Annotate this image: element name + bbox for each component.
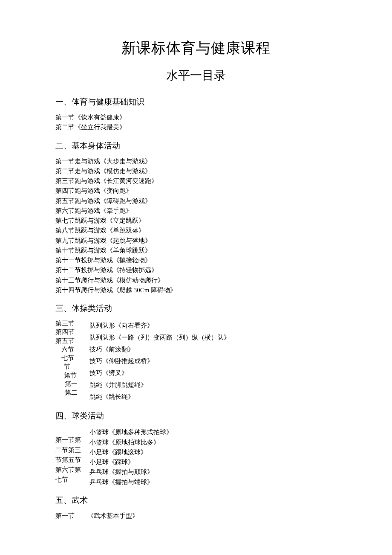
left-fragment: 第五节 (55, 337, 89, 345)
document-page: 新课标体育与健康课程 水平一目录 一、体育与健康基础知识 第一节《饮水有益健康》… (0, 0, 392, 555)
section-4-left-col: 第一节第 二节第三 节第五节 第六节第 七节 (55, 427, 89, 485)
toc-item: 技巧《劈叉》 (89, 367, 230, 379)
toc-item: 第十四节爬行与游戏《爬越 30Cm 障碍物》 (55, 285, 337, 295)
toc-item: 第三节跑与游戏《长江黄河变速跑》 (55, 176, 337, 186)
toc-item: 第十一节投掷与游戏《抛接轻物》 (55, 256, 337, 265)
toc-item: 小篮球《原地多种形式拍球》 (89, 427, 173, 437)
section-4-right-col: 小篮球《原地多种形式拍球》 小篮球《原地拍球比多》 小足球《踢地滚球》 小足球《… (89, 427, 173, 487)
section-2-list: 第一节走与游戏《大步走与游戏》 第二节走与游戏《模仿走与游戏》 第三节跑与游戏《… (55, 157, 337, 296)
toc-item: 第一节走与游戏《大步走与游戏》 (55, 157, 337, 166)
toc-item: 技巧《仰卧推起成桥》 (89, 355, 230, 367)
section-heading-4: 四、球类活动 (55, 410, 337, 421)
toc-item: 第九节跳跃与游戏《起跳与落地》 (55, 236, 337, 246)
left-fragment: 七节 (55, 475, 89, 485)
document-title: 新课标体育与健康课程 (55, 38, 337, 58)
section-5-list: 第一节 《武术基本手型》 (55, 511, 337, 521)
section-3-block: 第三节 第四节 第五节 六节 七节 节 第节 第一 第二 队列队形《向右看齐》 … (55, 319, 337, 403)
left-fragment: 第二 (65, 388, 89, 397)
left-fragment: 七节 (61, 354, 89, 362)
left-fragment: 节 (64, 362, 89, 371)
toc-item: 第十节跳跃与游戏《羊角球跳跃》 (55, 246, 337, 256)
document-subtitle: 水平一目录 (55, 67, 337, 84)
left-fragment: 第一节第 (55, 435, 89, 445)
section-3-right-col: 队列队形《向右看齐》 队列队形《一路（列）变两路（列）纵（横）队》 技巧《前滚翻… (89, 319, 230, 403)
section-heading-2: 二、基本身体活动 (55, 140, 337, 151)
toc-item: 小足球《踩球》 (89, 457, 173, 467)
section-4-block: 第一节第 二节第三 节第五节 第六节第 七节 小篮球《原地多种形式拍球》 小篮球… (55, 427, 337, 487)
toc-item: 第一节《饮水有益健康》 (55, 113, 337, 122)
section-3-left-col: 第三节 第四节 第五节 六节 七节 节 第节 第一 第二 (55, 319, 89, 397)
toc-item: 乒乓球《握拍与端球》 (89, 477, 173, 487)
toc-item: 小足球《踢地滚球》 (89, 447, 173, 457)
toc-item: 第一节 《武术基本手型》 (55, 511, 337, 521)
section-1-list: 第一节《饮水有益健康》 第二节《坐立行我最美》 (55, 113, 337, 133)
left-fragment: 第节 (64, 371, 89, 380)
left-fragment: 第六节第 (55, 465, 89, 475)
toc-item: 第七节跳跃与游戏《立定跳跃》 (55, 216, 337, 226)
toc-item: 第八节跳跃与游戏《单跳双落》 (55, 226, 337, 235)
toc-item: 第五节跑与游戏《障碍跑与游戏》 (55, 196, 337, 206)
left-fragment: 节第五节 (55, 455, 89, 465)
toc-item: 第六节跑与游戏《牵手跑》 (55, 206, 337, 216)
left-fragment: 二节第三 (55, 445, 89, 455)
toc-item: 第十二节投掷与游戏《持轻物掷远》 (55, 265, 337, 275)
toc-item: 第四节跑与游戏《变向跑》 (55, 186, 337, 196)
left-fragment: 第一 (65, 380, 89, 388)
section-heading-5: 五、武术 (55, 495, 337, 506)
toc-item: 跳绳《并脚跳短绳》 (89, 379, 230, 391)
toc-item: 跳绳《跳长绳》 (89, 391, 230, 403)
left-fragment: 六节 (61, 345, 89, 354)
left-fragment: 第三节 (55, 319, 89, 328)
toc-item: 乒乓球《握拍与颠球》 (89, 467, 173, 477)
section-heading-1: 一、体育与健康基础知识 (55, 96, 337, 108)
left-fragment: 第四节 (55, 328, 89, 336)
toc-item: 队列队形《向右看齐》 (89, 320, 230, 332)
toc-item: 第二节走与游戏《模仿走与游戏》 (55, 166, 337, 176)
toc-item: 技巧《前滚翻》 (89, 344, 230, 356)
toc-item: 第二节《坐立行我最美》 (55, 122, 337, 132)
toc-item: 小篮球《原地拍球比多》 (89, 438, 173, 447)
toc-item: 队列队形《一路（列）变两路（列）纵（横）队》 (89, 332, 230, 344)
section-heading-3: 三、体操类活动 (55, 303, 337, 314)
toc-item: 第十三节爬行与游戏《模仿动物爬行》 (55, 276, 337, 285)
